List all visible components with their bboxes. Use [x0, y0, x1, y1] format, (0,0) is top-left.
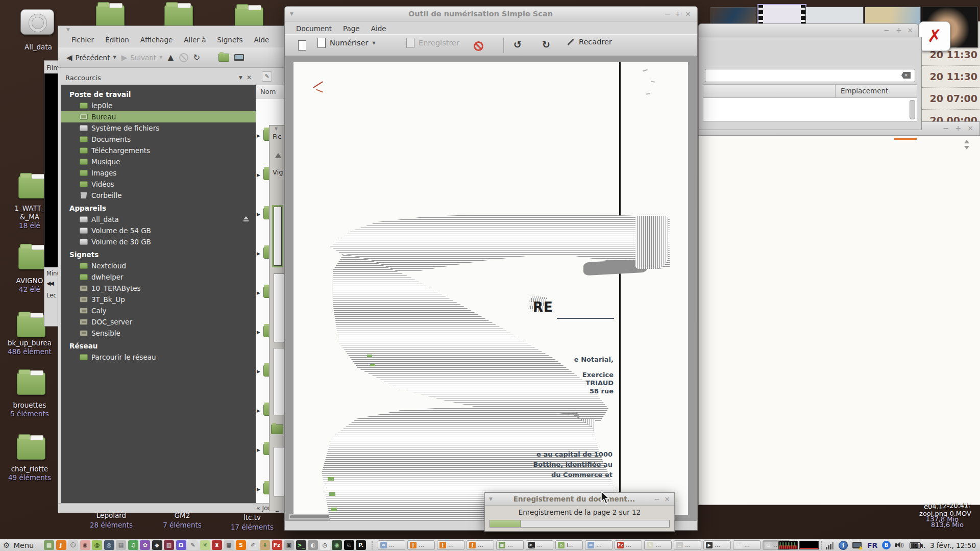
window-button-media-player[interactable]: ▶…: [703, 540, 731, 550]
window-button-desktop-window[interactable]: ▦…: [496, 540, 524, 550]
launcher-filezilla-icon[interactable]: Fz: [272, 540, 282, 550]
keyboard-layout-indicator[interactable]: FR: [867, 541, 877, 549]
minimize-icon[interactable]: −: [663, 10, 673, 18]
expander-icon[interactable]: ▶: [257, 212, 260, 217]
sidebar-item-3t-bk-up[interactable]: 3T_Bk_Up: [61, 294, 256, 305]
maximize-icon[interactable]: +: [673, 10, 683, 18]
launcher-unity-editor-icon[interactable]: ◆: [152, 540, 162, 550]
window-menu-icon[interactable]: ▼: [61, 27, 75, 32]
sidebar-item-dwhelper[interactable]: dwhelper: [61, 271, 256, 283]
sidebar-item-musique[interactable]: Musique: [61, 156, 256, 167]
sidebar-item-parcourir-le-r-seau[interactable]: Parcourir le réseau: [61, 352, 256, 363]
window-menu-icon[interactable]: ▼: [485, 496, 497, 502]
scroll-down-icon[interactable]: [964, 146, 969, 149]
launcher-show-desktop-icon[interactable]: ▦: [44, 540, 54, 550]
menu-affichage[interactable]: Affichage: [140, 36, 173, 44]
desktop-folder[interactable]: [96, 5, 125, 28]
expander-icon[interactable]: ▶: [257, 251, 260, 256]
launcher-audio-app-icon[interactable]: Ω: [176, 540, 186, 550]
launcher-robot-app-icon[interactable]: ♜: [212, 540, 222, 550]
launcher-video-editor-icon[interactable]: ▥: [164, 540, 174, 550]
desktop-icon-brouettes[interactable]: [17, 372, 45, 395]
launcher-calculator-icon[interactable]: ▦: [224, 540, 234, 550]
minimize-icon[interactable]: −: [941, 124, 951, 132]
expander-icon[interactable]: ▶: [257, 447, 260, 453]
menu-page[interactable]: Page: [343, 24, 360, 33]
launcher-pen-tool-icon[interactable]: ✎: [188, 540, 198, 550]
window-button-document-window[interactable]: ≡…: [733, 540, 761, 550]
launcher-firefox-icon[interactable]: ƒ: [56, 540, 66, 550]
launcher-time-tracker-icon[interactable]: ◷: [320, 540, 330, 550]
menu-aide[interactable]: Aide: [371, 24, 386, 33]
maximize-icon[interactable]: +: [953, 124, 963, 132]
eject-icon[interactable]: [243, 216, 249, 219]
launcher-archive-manager-icon[interactable]: ▤: [116, 540, 126, 550]
chevron-down-icon[interactable]: ▼: [239, 75, 242, 80]
scrollbar-thumb[interactable]: [910, 100, 915, 119]
launcher-image-viewer-icon[interactable]: ◉: [80, 540, 90, 550]
minimize-icon[interactable]: −: [652, 495, 662, 503]
launcher-sphere-app-icon[interactable]: ◐: [308, 540, 318, 550]
search-input[interactable]: ×: [705, 69, 915, 82]
launcher-molecule-app-icon[interactable]: ✳: [200, 540, 210, 550]
desktop-icon-1-watt[interactable]: [18, 176, 47, 198]
pencil-icon[interactable]: ✎: [262, 71, 272, 82]
expander-icon[interactable]: ▶: [257, 172, 260, 178]
desktop-icon-chat-riotte[interactable]: [17, 437, 45, 460]
column-header-name[interactable]: Nom: [256, 85, 284, 98]
viewer-menu-fragment[interactable]: Fic: [273, 133, 281, 140]
launcher-display-settings-icon[interactable]: ▣: [284, 540, 294, 550]
refresh-icon[interactable]: ↻: [193, 53, 200, 62]
desktop-folder[interactable]: [164, 5, 193, 28]
window-button-filezilla[interactable]: Fz…: [615, 540, 642, 550]
window-button-gray-app[interactable]: ▢…: [674, 540, 701, 550]
sidebar-item-all-data[interactable]: All_data: [61, 214, 256, 225]
sidebar-item-doc-server[interactable]: DOC_server: [61, 316, 256, 328]
sidebar-item-documents[interactable]: Documents: [61, 134, 256, 145]
launcher-camera-ball-icon[interactable]: ◉: [332, 540, 342, 550]
volume-icon[interactable]: )): [895, 542, 903, 548]
sidebar-item-caly[interactable]: Caly: [61, 305, 256, 316]
sidebar-item-vid-os[interactable]: Vidéos: [61, 179, 256, 190]
desktop-icon-bk-up-burea[interactable]: [17, 315, 45, 337]
cpu-graph[interactable]: [778, 541, 798, 549]
network-graph[interactable]: [799, 541, 819, 549]
expander-icon[interactable]: ▶: [257, 133, 260, 138]
close-icon[interactable]: ×: [905, 26, 915, 34]
close-icon[interactable]: ×: [662, 495, 672, 503]
expander-icon[interactable]: ▶: [257, 369, 260, 374]
maximize-icon[interactable]: +: [894, 26, 904, 34]
forward-button[interactable]: ▶ Suivant ▼: [121, 53, 163, 62]
scroll-up-icon[interactable]: [964, 140, 969, 143]
save-button[interactable]: Enregistrer: [406, 38, 459, 48]
launcher-package-manager-icon[interactable]: ⇩: [260, 540, 270, 550]
signal-strength-icon[interactable]: [826, 541, 835, 549]
expander-icon[interactable]: ▶: [257, 330, 260, 335]
scan-preview-area[interactable]: RE e Notarial, ExerciceTRIAUD58 rue e au…: [285, 56, 697, 521]
rotate-right-icon[interactable]: ↻: [542, 39, 550, 50]
window-button-firefox[interactable]: ƒ…: [437, 540, 464, 550]
sidebar-item-10-terabytes[interactable]: 10_TERABytes: [61, 283, 256, 294]
rotate-left-icon[interactable]: ↺: [513, 39, 522, 50]
window-button-firefox[interactable]: ƒ…: [467, 540, 494, 550]
thumbnail-selected[interactable]: [272, 205, 283, 267]
dialog-titlebar[interactable]: ▼ Enregistrement du document... − ×: [485, 493, 674, 506]
previous-track-icon[interactable]: ◀◀: [44, 277, 59, 287]
single-page-icon[interactable]: [298, 40, 306, 51]
chevron-down-icon[interactable]: ▼: [113, 55, 116, 60]
update-manager-icon[interactable]: i: [839, 541, 848, 550]
sidebar-item-volume-de-30-gb[interactable]: Volume de 30 GB: [61, 236, 256, 247]
launcher-knife-tool-icon[interactable]: ✐: [248, 540, 258, 550]
sidebar-item-volume-de-54-gb[interactable]: Volume de 54 GB: [61, 225, 256, 236]
sidebar-item-t-l-chargements[interactable]: Téléchargements: [61, 145, 256, 156]
menu-aller[interactable]: Aller à: [184, 36, 206, 44]
scan-button[interactable]: Numériser ▼: [317, 38, 376, 48]
launcher-spiral-app-icon[interactable]: @: [92, 540, 102, 550]
launcher-terminal-icon[interactable]: >_: [296, 540, 306, 550]
desktop-icon-label-ltc-tv[interactable]: ltc.tv: [243, 513, 261, 521]
clear-search-icon[interactable]: ×: [901, 72, 911, 79]
expander-icon[interactable]: ▶: [257, 487, 260, 492]
simple-scan-titlebar[interactable]: ▼ Outil de numérisation Simple Scan − + …: [285, 7, 697, 21]
desktop-icon-all-data[interactable]: [20, 9, 54, 35]
launcher-horse-app-icon[interactable]: ♘: [344, 540, 354, 550]
